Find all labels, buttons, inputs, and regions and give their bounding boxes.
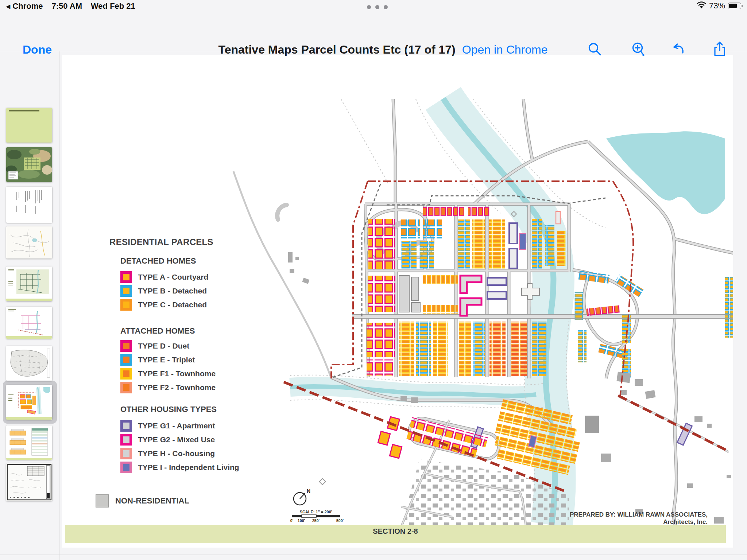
legend-item: TYPE F2 - Townhome bbox=[120, 382, 216, 393]
legend-item: TYPE I - Independent Living bbox=[120, 462, 239, 473]
legend-item: TYPE G2 - Mixed Use bbox=[120, 434, 239, 446]
type-f2-swatch bbox=[120, 382, 132, 393]
legend-item: TYPE E - Triplet bbox=[120, 354, 216, 366]
back-to-app[interactable]: ◀Chrome bbox=[6, 1, 43, 11]
type-a-swatch bbox=[120, 271, 132, 283]
clock: 7:50 AM bbox=[51, 1, 82, 11]
thumbnail-sidebar[interactable] bbox=[0, 51, 59, 560]
search-icon[interactable] bbox=[587, 41, 603, 58]
thumbnail-page-2[interactable] bbox=[6, 147, 52, 182]
legend-group-other: TYPE G1 - Apartment TYPE G2 - Mixed Use … bbox=[120, 420, 239, 473]
legend-item: TYPE H - Co-housing bbox=[120, 448, 239, 459]
legend-group-attached: TYPE D - Duet TYPE E - Triplet TYPE F1 -… bbox=[120, 340, 216, 393]
legend-item: TYPE D - Duet bbox=[120, 340, 216, 352]
legend-heading-attached: ATTACHED HOMES bbox=[120, 326, 195, 336]
battery-percent: 73% bbox=[709, 1, 725, 11]
toolbar: Done Tenative Maps Parcel Counts Etc (17… bbox=[0, 12, 747, 51]
non-residential-swatch bbox=[96, 494, 109, 508]
section-footer-bar: SECTION 2-8 bbox=[65, 525, 726, 543]
scale-title: SCALE: 1" = 200' bbox=[290, 510, 341, 514]
document-title: Tenative Maps Parcel Counts Etc (17 of 1… bbox=[218, 43, 455, 57]
legend-item: TYPE B - Detached bbox=[120, 285, 208, 297]
type-e-swatch bbox=[120, 354, 132, 366]
type-f1-swatch bbox=[120, 368, 132, 380]
bottom-divider bbox=[0, 555, 747, 555]
status-bar: ◀Chrome 7:50 AM Wed Feb 21 73% bbox=[0, 0, 747, 12]
type-b-swatch bbox=[120, 285, 132, 297]
legend-item: TYPE A - Courtyard bbox=[120, 271, 208, 283]
type-i-swatch bbox=[120, 462, 132, 473]
legend-item: TYPE F1 - Townhome bbox=[120, 368, 216, 380]
multitasking-pill[interactable] bbox=[367, 5, 388, 9]
prepared-by-note: PREPARED BY: WILLIAM RAWN ASSOCIATES, Ar… bbox=[565, 511, 708, 526]
legend-heading-other: OTHER HOUSING TYPES bbox=[120, 405, 217, 414]
thumbnail-page-7[interactable] bbox=[6, 346, 52, 381]
thumbnail-page-9[interactable] bbox=[6, 425, 52, 460]
type-g1-swatch bbox=[120, 420, 132, 432]
legend-non-residential: NON-RESIDENTIAL bbox=[96, 494, 189, 508]
zoom-plus-icon[interactable] bbox=[630, 41, 647, 58]
open-in-chrome-button[interactable]: Open in Chrome bbox=[462, 43, 548, 57]
type-c-swatch bbox=[120, 299, 132, 311]
thumbnail-page-1[interactable] bbox=[6, 108, 52, 143]
thumbnail-page-6[interactable] bbox=[6, 307, 52, 339]
battery-icon bbox=[728, 3, 741, 9]
legend-title: RESIDENTIAL PARCELS bbox=[109, 237, 213, 247]
legend-item: TYPE C - Detached bbox=[120, 299, 208, 311]
thumbnail-page-4[interactable] bbox=[6, 226, 52, 258]
thumbnail-page-8[interactable] bbox=[6, 385, 52, 420]
share-icon[interactable] bbox=[711, 41, 728, 58]
legend-group-detached: TYPE A - Courtyard TYPE B - Detached TYP… bbox=[120, 271, 208, 311]
date: Wed Feb 21 bbox=[91, 1, 135, 11]
undo-icon[interactable] bbox=[670, 41, 686, 58]
type-d-swatch bbox=[120, 340, 132, 352]
back-triangle-icon: ◀ bbox=[6, 3, 10, 10]
legend-heading-detached: DETACHED HOMES bbox=[120, 256, 196, 266]
type-h-swatch bbox=[120, 448, 132, 459]
type-g2-swatch bbox=[120, 434, 132, 446]
legend-item: TYPE G1 - Apartment bbox=[120, 420, 239, 432]
thumbnail-page-3[interactable] bbox=[6, 187, 52, 223]
done-button[interactable]: Done bbox=[23, 43, 52, 57]
wifi-icon bbox=[697, 1, 706, 11]
section-label: SECTION 2-8 bbox=[65, 527, 726, 536]
thumbnail-page-5[interactable] bbox=[6, 267, 52, 301]
thumbnail-page-10[interactable] bbox=[6, 463, 52, 501]
